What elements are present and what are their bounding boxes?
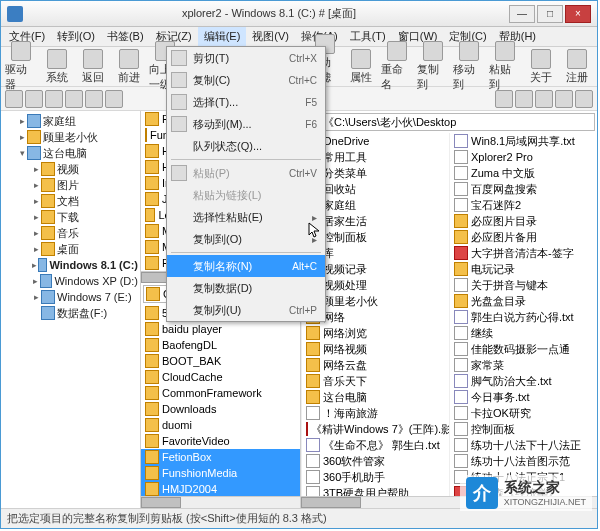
toolbar-button[interactable]: 驱动器 bbox=[5, 41, 37, 92]
menu-item[interactable]: 复制数据(D) bbox=[167, 277, 325, 299]
list-item[interactable]: FavoriteVideo bbox=[141, 433, 300, 449]
nav-r1-icon[interactable] bbox=[495, 90, 513, 108]
minimize-button[interactable]: — bbox=[509, 5, 535, 23]
list-item[interactable]: 家常菜 bbox=[450, 357, 597, 373]
list-item[interactable]: 这台电脑 bbox=[302, 389, 449, 405]
list-item[interactable]: 网络云盘 bbox=[302, 357, 449, 373]
list-item[interactable]: 3TB硬盘用户帮助 bbox=[302, 485, 449, 496]
toolbar-button[interactable]: 返回 bbox=[77, 49, 109, 85]
right-col-b[interactable]: Win8.1局域网共享.txtXplorer2 ProZuma 中文版百度网盘搜… bbox=[449, 133, 597, 496]
toolbar-button[interactable]: 重命名 bbox=[381, 41, 413, 92]
toolbar-button[interactable]: 系统 bbox=[41, 49, 73, 85]
list-item[interactable]: BOOT_BAK bbox=[141, 353, 300, 369]
tree-node[interactable]: ▸音乐 bbox=[3, 225, 138, 241]
tree-node[interactable]: ▸顾里老小伙 bbox=[3, 129, 138, 145]
file-list-lower[interactable]: 56Downloadbaidu playerBaofengDLBOOT_BAKC… bbox=[141, 305, 300, 496]
menu-item[interactable]: 选择性粘贴(E)▸ bbox=[167, 206, 325, 228]
expand-icon[interactable]: ▸ bbox=[31, 164, 41, 174]
tree-node[interactable]: ▸文档 bbox=[3, 193, 138, 209]
expand-icon[interactable]: ▸ bbox=[17, 132, 27, 142]
nav-dd-icon[interactable] bbox=[65, 90, 83, 108]
scrollbar-h[interactable] bbox=[141, 496, 300, 508]
nav-view2-icon[interactable] bbox=[105, 90, 123, 108]
list-item[interactable]: 关于拼音与键本 bbox=[450, 277, 597, 293]
list-item[interactable]: CloudCache bbox=[141, 369, 300, 385]
list-item[interactable]: 《生命不息》 郭生白.txt bbox=[302, 437, 449, 453]
tree-node[interactable]: ▸视频 bbox=[3, 161, 138, 177]
list-item[interactable]: FunshionMedia bbox=[141, 465, 300, 481]
close-button[interactable]: × bbox=[565, 5, 591, 23]
list-item[interactable]: Xplorer2 Pro bbox=[450, 149, 597, 165]
list-item[interactable]: 360手机助手 bbox=[302, 469, 449, 485]
menu-item[interactable]: 复制名称(N)Alt+C bbox=[167, 255, 325, 277]
nav-r3-icon[interactable] bbox=[535, 90, 553, 108]
list-item[interactable]: Downloads bbox=[141, 401, 300, 417]
edit-menu-dropdown[interactable]: 剪切(T)Ctrl+X复制(C)Ctrl+C选择(T)...F5移动到(M)..… bbox=[166, 46, 326, 322]
nav-view1-icon[interactable] bbox=[85, 90, 103, 108]
expand-icon[interactable]: ▸ bbox=[31, 196, 41, 206]
tree-node[interactable]: ▸Windows XP (D:) bbox=[3, 273, 138, 289]
list-item[interactable]: Zuma 中文版 bbox=[450, 165, 597, 181]
tree-node[interactable]: ▸Windows 8.1 (C:) bbox=[3, 257, 138, 273]
list-item[interactable]: 光盘盒目录 bbox=[450, 293, 597, 309]
list-item[interactable]: 网络视频 bbox=[302, 341, 449, 357]
list-item[interactable]: 郭生白说方药心得.txt bbox=[450, 309, 597, 325]
expand-icon[interactable]: ▸ bbox=[31, 180, 41, 190]
expand-icon[interactable]: ▾ bbox=[17, 148, 27, 158]
tree-node[interactable]: ▸Windows 7 (E:) bbox=[3, 289, 138, 305]
toolbar-button[interactable]: 粘贴到 bbox=[489, 41, 521, 92]
list-item[interactable]: 电玩记录 bbox=[450, 261, 597, 277]
toolbar-button[interactable]: 注册 bbox=[561, 49, 593, 85]
list-item[interactable]: HMJD2004 bbox=[141, 481, 300, 496]
tree-node[interactable]: ▸下载 bbox=[3, 209, 138, 225]
expand-icon[interactable]: ▸ bbox=[17, 116, 27, 126]
list-item[interactable]: 360软件管家 bbox=[302, 453, 449, 469]
menu-item[interactable]: 复制到(O)▸ bbox=[167, 228, 325, 250]
expand-icon[interactable]: ▸ bbox=[31, 228, 41, 238]
list-item[interactable]: 佳能数码摄影一点通 bbox=[450, 341, 597, 357]
list-item[interactable]: 必应图片目录 bbox=[450, 213, 597, 229]
list-item[interactable]: baidu player bbox=[141, 321, 300, 337]
list-item[interactable]: 脚气防治大全.txt bbox=[450, 373, 597, 389]
tree-node[interactable]: ▸图片 bbox=[3, 177, 138, 193]
list-item[interactable]: 卡拉OK研究 bbox=[450, 405, 597, 421]
menu-item[interactable]: 复制(C)Ctrl+C bbox=[167, 69, 325, 91]
list-item[interactable]: 百度网盘搜索 bbox=[450, 181, 597, 197]
breadcrumb-right[interactable]: 《C:\Users\老小伙\Desktop bbox=[303, 113, 595, 131]
nav-fwd-icon[interactable] bbox=[25, 90, 43, 108]
nav-up-icon[interactable] bbox=[45, 90, 63, 108]
menu-item[interactable]: 视图(V) bbox=[246, 27, 295, 46]
list-item[interactable]: 练功十八法下十八法正 bbox=[450, 437, 597, 453]
list-item[interactable]: 控制面板 bbox=[450, 421, 597, 437]
expand-icon[interactable]: ▸ bbox=[31, 260, 38, 270]
list-item[interactable]: 继续 bbox=[450, 325, 597, 341]
nav-r5-icon[interactable] bbox=[575, 90, 593, 108]
list-item[interactable]: BaofengDL bbox=[141, 337, 300, 353]
menu-item[interactable]: 队列状态(Q)... bbox=[167, 135, 325, 157]
toolbar-button[interactable]: 移动到 bbox=[453, 41, 485, 92]
list-item[interactable]: duomi bbox=[141, 417, 300, 433]
tree-node[interactable]: ▸桌面 bbox=[3, 241, 138, 257]
menu-item[interactable]: 剪切(T)Ctrl+X bbox=[167, 47, 325, 69]
menu-item[interactable]: 书签(B) bbox=[101, 27, 150, 46]
list-item[interactable]: 大字拼音清洁本-签字 bbox=[450, 245, 597, 261]
list-item[interactable]: 练功十八法首图示范 bbox=[450, 453, 597, 469]
menu-item[interactable]: 转到(O) bbox=[51, 27, 101, 46]
list-item[interactable]: 音乐天下 bbox=[302, 373, 449, 389]
list-item[interactable]: 宝石迷阵2 bbox=[450, 197, 597, 213]
nav-back-icon[interactable] bbox=[5, 90, 23, 108]
list-item[interactable]: 今日事务.txt bbox=[450, 389, 597, 405]
maximize-button[interactable]: □ bbox=[537, 5, 563, 23]
tree-node[interactable]: 数据盘(F:) bbox=[3, 305, 138, 321]
expand-icon[interactable]: ▸ bbox=[31, 244, 41, 254]
list-item[interactable]: 《精讲Windows 7》(王阵).影印版 bbox=[302, 421, 449, 437]
nav-r4-icon[interactable] bbox=[555, 90, 573, 108]
list-item[interactable]: CommonFramework bbox=[141, 385, 300, 401]
folder-tree[interactable]: ▸家庭组▸顾里老小伙▾这台电脑▸视频▸图片▸文档▸下载▸音乐▸桌面▸Window… bbox=[1, 111, 141, 508]
list-item[interactable]: 必应图片备用 bbox=[450, 229, 597, 245]
menu-item[interactable]: 编辑(E) bbox=[198, 27, 247, 46]
menu-item[interactable]: 选择(T)...F5 bbox=[167, 91, 325, 113]
list-item[interactable]: ！海南旅游 bbox=[302, 405, 449, 421]
list-item[interactable]: FetionBox bbox=[141, 449, 300, 465]
expand-icon[interactable]: ▸ bbox=[31, 292, 41, 302]
